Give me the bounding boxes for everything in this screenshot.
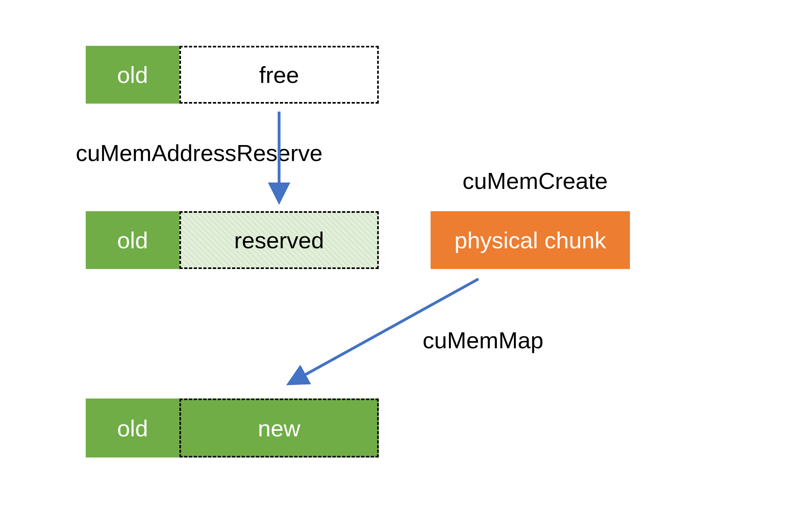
row3-new-label: new	[258, 415, 300, 442]
svg-line-2	[291, 279, 478, 383]
diagram-canvas: old free cuMemAddressReserve old reserve…	[0, 0, 797, 532]
row3-old-label: old	[117, 415, 148, 442]
row3-new-box: new	[179, 399, 379, 457]
row3-old-box: old	[86, 399, 179, 457]
